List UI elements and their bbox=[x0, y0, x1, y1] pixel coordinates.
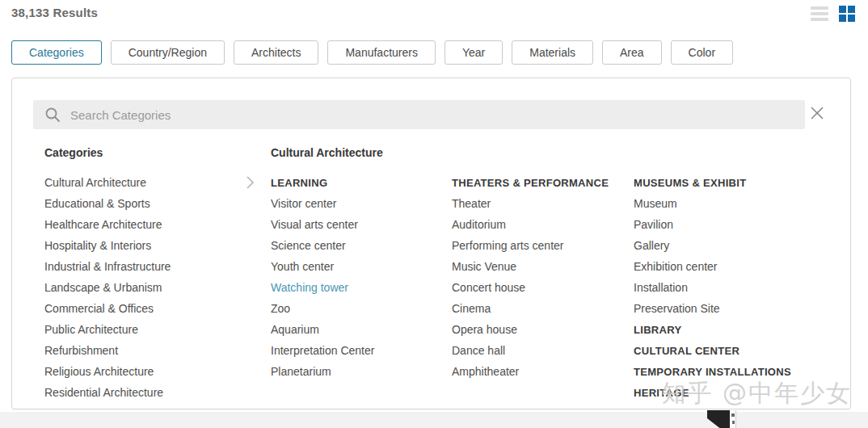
category-item-science-center[interactable]: Science center bbox=[271, 235, 442, 256]
category-item-label: Science center bbox=[271, 239, 346, 252]
category-item-label: Interpretation Center bbox=[271, 344, 374, 357]
filter-tab-categories[interactable]: Categories bbox=[11, 40, 102, 65]
category-item-cinema[interactable]: Cinema bbox=[452, 298, 624, 319]
category-item-visitor-center[interactable]: Visitor center bbox=[271, 193, 442, 214]
category-item-learning[interactable]: LEARNING bbox=[271, 172, 442, 193]
category-item-music-venue[interactable]: Music Venue bbox=[452, 256, 624, 277]
category-item-educational-sports[interactable]: Educational & Sports bbox=[44, 193, 261, 214]
category-item-healthcare-architecture[interactable]: Healthcare Architecture bbox=[44, 214, 261, 235]
category-item-label: Planetarium bbox=[271, 365, 331, 378]
category-item-dance-hall[interactable]: Dance hall bbox=[452, 340, 624, 361]
category-item-label: TEMPORARY INSTALLATIONS bbox=[634, 366, 791, 378]
category-item-label: Theater bbox=[452, 197, 491, 210]
category-item-label: MUSEUMS & EXHIBIT bbox=[634, 177, 746, 189]
category-item-cultural-architecture[interactable]: Cultural Architecture bbox=[44, 172, 261, 193]
category-item-cultural-center[interactable]: CULTURAL CENTER bbox=[634, 340, 828, 361]
category-item-label: Aquarium bbox=[271, 323, 319, 336]
grid-square bbox=[848, 6, 855, 13]
search-icon bbox=[44, 107, 61, 123]
category-item-visual-arts-center[interactable]: Visual arts center bbox=[271, 214, 442, 235]
category-item-exhibition-center[interactable]: Exhibition center bbox=[634, 256, 828, 277]
category-item-commercial-offices[interactable]: Commercial & Offices bbox=[44, 298, 261, 319]
column-header: Cultural Architecture bbox=[271, 146, 442, 172]
category-item-label: Gallery bbox=[634, 239, 669, 252]
category-item-label: Industrial & Infrastructure bbox=[44, 260, 171, 273]
category-item-temporary-installations[interactable]: TEMPORARY INSTALLATIONS bbox=[634, 361, 828, 382]
category-item-museums-exhibit[interactable]: MUSEUMS & EXHIBIT bbox=[634, 172, 828, 193]
filter-tab-architects[interactable]: Architects bbox=[234, 40, 318, 65]
background-thumbnail-fragment bbox=[730, 410, 736, 428]
category-item-performing-arts-center[interactable]: Performing arts center bbox=[452, 235, 624, 256]
close-icon-glyph bbox=[808, 104, 826, 122]
category-item-opera-house[interactable]: Opera house bbox=[452, 319, 624, 340]
category-item-pavilion[interactable]: Pavilion bbox=[634, 214, 828, 235]
category-column-1: CategoriesCultural ArchitectureEducation… bbox=[44, 146, 261, 403]
list-bar bbox=[811, 18, 828, 21]
grid-square bbox=[839, 15, 846, 22]
category-item-heritage[interactable]: HERITAGE bbox=[634, 382, 828, 403]
thumb-detail bbox=[732, 421, 735, 424]
category-item-concert-house[interactable]: Concert house bbox=[452, 277, 624, 298]
category-item-hospitality-interiors[interactable]: Hospitality & Interiors bbox=[44, 235, 261, 256]
list-view-icon[interactable] bbox=[810, 6, 829, 22]
category-item-label: Hospitality & Interiors bbox=[44, 239, 151, 252]
category-item-theater[interactable]: Theater bbox=[452, 193, 624, 214]
category-item-label: Youth center bbox=[271, 260, 334, 273]
category-item-industrial-infrastructure[interactable]: Industrial & Infrastructure bbox=[44, 256, 261, 277]
filter-tab-color[interactable]: Color bbox=[671, 40, 733, 65]
category-item-label: Dance hall bbox=[452, 344, 505, 357]
category-item-label: Museum bbox=[634, 197, 677, 210]
category-item-preservation-site[interactable]: Preservation Site bbox=[634, 298, 828, 319]
category-item-label: Music Venue bbox=[452, 260, 516, 273]
category-item-public-architecture[interactable]: Public Architecture bbox=[44, 319, 261, 340]
category-item-label: HERITAGE bbox=[634, 387, 689, 399]
category-item-label: Installation bbox=[634, 281, 688, 294]
category-item-aquarium[interactable]: Aquarium bbox=[271, 319, 442, 340]
category-item-theaters-performance[interactable]: THEATERS & PERFORMANCE bbox=[452, 172, 624, 193]
category-item-interpretation-center[interactable]: Interpretation Center bbox=[271, 340, 442, 361]
filter-tab-year[interactable]: Year bbox=[445, 40, 503, 65]
column-header: Categories bbox=[44, 146, 261, 172]
category-item-amphitheater[interactable]: Amphitheater bbox=[452, 361, 624, 382]
category-item-zoo[interactable]: Zoo bbox=[271, 298, 442, 319]
column-header bbox=[634, 146, 828, 172]
category-item-label: THEATERS & PERFORMANCE bbox=[452, 177, 609, 189]
search-bar bbox=[33, 100, 805, 129]
view-toggle bbox=[810, 6, 855, 22]
category-item-museum[interactable]: Museum bbox=[634, 193, 828, 214]
category-item-label: Religious Architecture bbox=[44, 365, 154, 378]
category-item-watching-tower[interactable]: Watching tower bbox=[271, 277, 442, 298]
filter-tab-area[interactable]: Area bbox=[602, 40, 662, 65]
category-item-label: Exhibition center bbox=[634, 260, 718, 273]
category-item-label: Opera house bbox=[452, 323, 517, 336]
category-item-library[interactable]: LIBRARY bbox=[634, 319, 828, 340]
grid-square bbox=[848, 15, 855, 22]
filter-tab-country-region[interactable]: Country/Region bbox=[111, 40, 225, 65]
category-item-label: Visitor center bbox=[271, 197, 336, 210]
category-item-label: LIBRARY bbox=[634, 324, 681, 336]
category-item-residential-architecture[interactable]: Residential Architecture bbox=[44, 382, 261, 403]
category-item-youth-center[interactable]: Youth center bbox=[271, 256, 442, 277]
category-item-planetarium[interactable]: Planetarium bbox=[271, 361, 442, 382]
close-icon[interactable] bbox=[805, 101, 829, 125]
category-item-religious-architecture[interactable]: Religious Architecture bbox=[44, 361, 261, 382]
category-item-label: Concert house bbox=[452, 281, 525, 294]
category-item-label: Residential Architecture bbox=[44, 386, 163, 399]
category-item-gallery[interactable]: Gallery bbox=[634, 235, 828, 256]
category-item-label: Pavilion bbox=[634, 218, 673, 231]
category-item-label: Auditorium bbox=[452, 218, 506, 231]
column-header bbox=[452, 146, 624, 172]
category-item-label: CULTURAL CENTER bbox=[634, 345, 739, 357]
category-item-installation[interactable]: Installation bbox=[634, 277, 828, 298]
category-item-label: Educational & Sports bbox=[44, 197, 150, 210]
category-item-auditorium[interactable]: Auditorium bbox=[452, 214, 624, 235]
category-column-4: MUSEUMS & EXHIBITMuseumPavilionGalleryEx… bbox=[634, 146, 828, 403]
grid-view-icon[interactable] bbox=[839, 6, 855, 22]
search-categories-input[interactable] bbox=[70, 108, 805, 122]
list-bar bbox=[811, 6, 828, 10]
category-item-refurbishment[interactable]: Refurbishment bbox=[44, 340, 261, 361]
category-item-landscape-urbanism[interactable]: Landscape & Urbanism bbox=[44, 277, 261, 298]
filter-tab-manufacturers[interactable]: Manufacturers bbox=[327, 40, 435, 65]
filter-tab-materials[interactable]: Materials bbox=[512, 40, 593, 65]
category-column-3: THEATERS & PERFORMANCETheaterAuditoriumP… bbox=[452, 146, 624, 382]
